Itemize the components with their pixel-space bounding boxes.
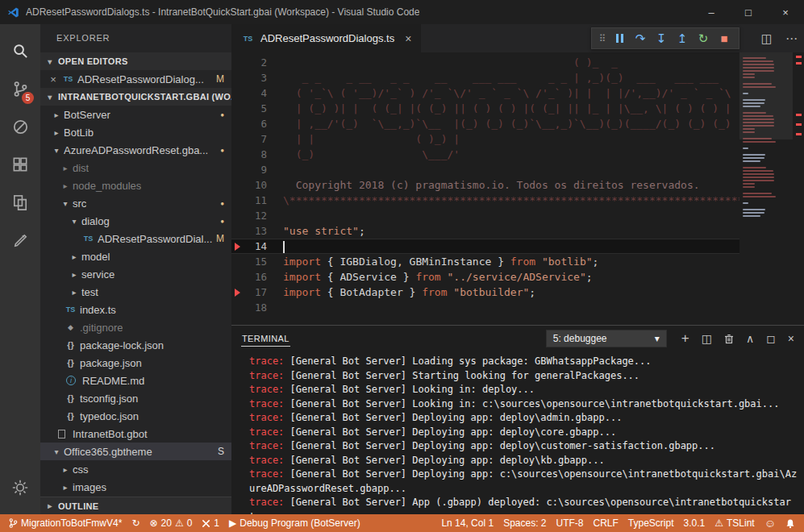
tree-item-typedoc-json[interactable]: {}typedoc.json	[40, 407, 231, 425]
extensions-icon[interactable]	[1, 146, 40, 184]
sync-status[interactable]: ↻	[127, 514, 144, 532]
kill-terminal-button[interactable]	[724, 334, 734, 344]
tree-item-dialog[interactable]: ▾dialog●	[40, 212, 231, 230]
code-line-4[interactable]: 4 ( '_`\ ( '__)/'_` ) /'_ `\/' _ ` _ `\ …	[231, 85, 739, 101]
indentation-status[interactable]: Spaces: 2	[498, 514, 551, 532]
code-line-6[interactable]: 6 | ,__/'(_) `\__,_)`\__ |(_) (_) (_)`\_…	[231, 116, 739, 131]
code-line-3[interactable]: 3 _ _ _ __ _ _ __ ___ ___ _ _ | ,_)(_) _…	[231, 70, 739, 85]
tslint-status[interactable]: ⚠ TSLint	[710, 514, 759, 532]
terminal-selector[interactable]: 5: debuggee ▾	[546, 330, 667, 347]
tree-item-index-ts[interactable]: TSindex.ts	[40, 301, 231, 318]
minimize-button[interactable]: –	[693, 0, 730, 24]
terminal-line: trace: [General Bot Server] Looking in: …	[249, 397, 799, 412]
problems-status[interactable]: ⊗20 ⚠0	[144, 514, 197, 532]
feedback-smiley[interactable]: ☺	[760, 514, 781, 532]
restart-button[interactable]: ↻	[693, 31, 714, 46]
terminal-tab[interactable]: TERMINAL	[241, 331, 290, 347]
maximize-button[interactable]: □	[730, 0, 767, 24]
code-line-18[interactable]: 18	[231, 300, 739, 315]
outline-header[interactable]: ▸ OUTLINE	[40, 497, 231, 514]
code-line-8[interactable]: 8 (_) \___/'	[231, 147, 739, 162]
eol-status[interactable]: CRLF	[589, 514, 623, 532]
code-line-12[interactable]: 12	[231, 208, 739, 223]
close-icon[interactable]: ×	[47, 73, 60, 85]
cursor-position[interactable]: Ln 14, Col 1	[436, 514, 498, 532]
tree-item-intranetbot-gbot[interactable]: IntranetBot.gbot	[40, 425, 231, 443]
code-editor[interactable]: 2 ( )_ _3 _ _ _ __ _ _ __ ___ ___ _ _ | …	[231, 52, 804, 325]
close-panel-button[interactable]: ×	[788, 332, 794, 345]
git-branch-status[interactable]: MigrationToBotFmwV4*	[4, 514, 127, 532]
terminal-line: trace: [General Bot Server] Loading sys …	[249, 355, 799, 369]
tree-item-dist[interactable]: ▸dist	[40, 159, 231, 177]
code-line-11[interactable]: 11\*************************************…	[231, 193, 739, 208]
minimap-slider[interactable]	[739, 52, 793, 139]
tree-item-package-json[interactable]: {}package.json	[40, 354, 231, 372]
language-mode[interactable]: TypeScript	[623, 514, 679, 532]
files-icon[interactable]	[1, 184, 40, 222]
tree-item-node-modules[interactable]: ▸node_modules	[40, 177, 231, 194]
code-line-17[interactable]: 17import { BotAdapter } from "botbuilder…	[231, 285, 739, 300]
terminal-panel: TERMINAL 5: debuggee ▾ + ◫ ∧ ◻ ×	[231, 325, 804, 514]
tree-item-images[interactable]: ▸images	[40, 478, 231, 496]
search-icon[interactable]	[1, 32, 40, 70]
source-control-icon[interactable]: 5	[1, 70, 40, 108]
code-line-7[interactable]: 7 | | ( )_) |	[231, 131, 739, 147]
code-line-9[interactable]: 9	[231, 162, 739, 177]
tree-item-botserver[interactable]: ▸BotServer●	[40, 106, 231, 123]
chevron-right-icon: ▸	[60, 483, 71, 492]
workspace-label: INTRANETBOTQUICKSTART.GBAI (WO...	[58, 92, 231, 102]
close-icon[interactable]: ×	[405, 32, 411, 45]
encoding-status[interactable]: UTF-8	[552, 514, 589, 532]
step-out-button[interactable]: ↥	[672, 31, 693, 46]
tree-item-tsconfig-json[interactable]: {}tsconfig.json	[40, 389, 231, 407]
maximize-panel-button[interactable]: ∧	[746, 332, 754, 345]
stop-button[interactable]: ■	[714, 31, 735, 45]
tree-item-office365-gbtheme[interactable]: ▾Office365.gbthemeS	[40, 443, 231, 460]
tree-item-label: BotLib	[64, 127, 94, 139]
code-line-2[interactable]: 2 ( )_ _	[231, 55, 739, 70]
pause-button[interactable]	[609, 31, 630, 45]
notifications-bell[interactable]	[781, 514, 800, 532]
debug-status[interactable]: ▶ Debug Program (BotServer)	[224, 514, 365, 532]
edit-icon[interactable]	[1, 222, 40, 260]
warning-count: 0	[187, 517, 193, 529]
workspace-header[interactable]: ▾ INTRANETBOTQUICKSTART.GBAI (WO...	[40, 88, 231, 106]
tree-item-model[interactable]: ▸model	[40, 247, 231, 265]
tree-item-readme-md[interactable]: iREADME.md	[40, 372, 231, 389]
code-line-16[interactable]: 16import { ADService } from "../service/…	[231, 269, 739, 285]
step-into-button[interactable]: ↧	[651, 31, 672, 46]
tree-item-package-lock-json[interactable]: {}package-lock.json	[40, 336, 231, 354]
tree-item-src[interactable]: ▾src●	[40, 194, 231, 212]
debug-icon[interactable]	[1, 108, 40, 146]
tab-adresetpassworddialogs[interactable]: TS ADResetPasswordDialogs.ts ×	[231, 24, 421, 52]
more-actions-button[interactable]: ⋯	[785, 31, 798, 46]
close-button[interactable]: ×	[767, 0, 804, 24]
split-terminal-button[interactable]: ◫	[702, 332, 712, 345]
warning-icon: ⚠	[175, 517, 184, 529]
open-editors-header[interactable]: ▾ OPEN EDITORS	[40, 52, 231, 70]
tree-item-azureadpasswordreset-gba[interactable]: ▾AzureADPasswordReset.gba...●	[40, 141, 231, 159]
tasks-status[interactable]: 1	[197, 514, 224, 532]
code-line-14[interactable]: 14	[231, 239, 739, 254]
panel-layout-button[interactable]: ◻	[766, 332, 776, 345]
tree-item-gitignore[interactable]: ◆.gitignore	[40, 318, 231, 336]
split-editor-button[interactable]: ◫	[761, 31, 773, 46]
terminal-output[interactable]: trace: [General Bot Server] Loading sys …	[231, 351, 804, 514]
code-line-13[interactable]: 13"use strict";	[231, 223, 739, 239]
tree-item-service[interactable]: ▸service	[40, 265, 231, 283]
code-line-10[interactable]: 10 Copyright 2018 (c) pragmatismo.io. To…	[231, 177, 739, 193]
code-line-5[interactable]: 5 | (_) )| | ( (_| |( (_) || ( ) ( ) |( …	[231, 101, 739, 116]
minimap[interactable]	[739, 52, 793, 325]
tree-item-adresetpassworddial[interactable]: TSADResetPasswordDial...M	[40, 230, 231, 247]
open-editor-item[interactable]: ×TSADResetPasswordDialog...M	[40, 70, 231, 88]
tree-item-label: package.json	[80, 357, 142, 369]
code-line-15[interactable]: 15import { IGBDialog, GBMinInstance } fr…	[231, 254, 739, 269]
new-terminal-button[interactable]: +	[681, 330, 689, 347]
ts-version[interactable]: 3.0.1	[679, 514, 710, 532]
tree-item-test[interactable]: ▸test	[40, 283, 231, 301]
gear-icon[interactable]	[1, 468, 40, 506]
step-over-button[interactable]: ↷	[630, 31, 651, 46]
tree-item-css[interactable]: ▸css	[40, 460, 231, 478]
tree-item-botlib[interactable]: ▸BotLib	[40, 123, 231, 141]
drag-handle-icon[interactable]: ⠿	[596, 33, 609, 44]
